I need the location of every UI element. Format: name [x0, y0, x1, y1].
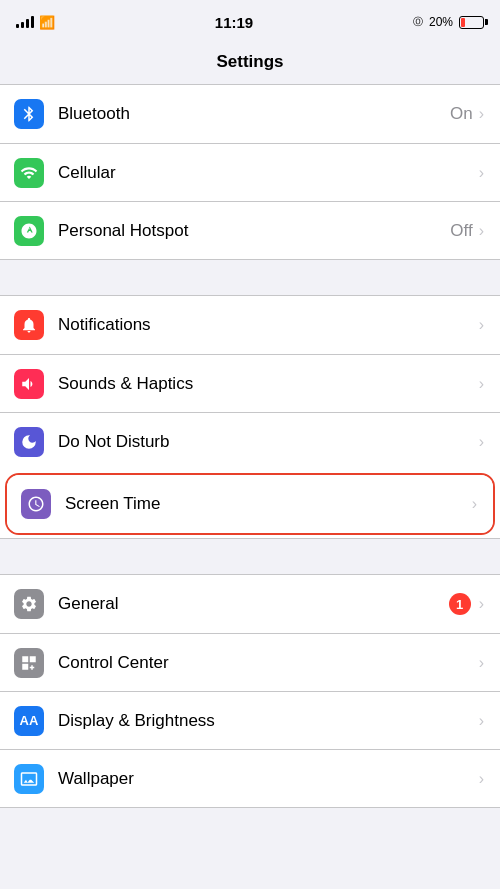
screen-time-highlight: Screen Time › [5, 473, 495, 535]
sounds-chevron: › [479, 375, 484, 393]
bluetooth-chevron: › [479, 105, 484, 123]
wallpaper-icon-wrap [0, 764, 58, 794]
cellular-icon-wrap [0, 158, 58, 188]
status-right: Ⓞ 20% [413, 15, 484, 29]
screentime-icon-wrap [7, 489, 65, 519]
settings-row-notifications[interactable]: Notifications › [0, 296, 500, 354]
general-chevron: › [479, 595, 484, 613]
controlcenter-icon [14, 648, 44, 678]
settings-row-sounds[interactable]: Sounds & Haptics › [0, 354, 500, 412]
cellular-chevron: › [479, 164, 484, 182]
brightness-chevron: › [479, 712, 484, 730]
settings-row-hotspot[interactable]: Personal Hotspot Off › [0, 201, 500, 259]
settings-row-wallpaper[interactable]: Wallpaper › [0, 749, 500, 807]
settings-row-brightness[interactable]: AA Display & Brightness › [0, 691, 500, 749]
general-label: General [58, 582, 449, 626]
brightness-icon-wrap: AA [0, 706, 58, 736]
status-time: 11:19 [215, 14, 253, 31]
battery-fill [461, 18, 465, 27]
notifications-icon [14, 310, 44, 340]
settings-group-notifications: Notifications › Sounds & Haptics › Do No… [0, 295, 500, 539]
bluetooth-value: On [450, 104, 473, 124]
status-bar: 📶 11:19 Ⓞ 20% [0, 0, 500, 44]
controlcenter-icon-wrap [0, 648, 58, 678]
sounds-label: Sounds & Haptics [58, 362, 479, 406]
settings-row-cellular[interactable]: Cellular › [0, 143, 500, 201]
bluetooth-label: Bluetooth [58, 92, 450, 136]
cellular-icon [14, 158, 44, 188]
wallpaper-icon [14, 764, 44, 794]
hotspot-icon-wrap [0, 216, 58, 246]
hotspot-label: Personal Hotspot [58, 209, 450, 253]
notifications-label: Notifications [58, 303, 479, 347]
notifications-icon-wrap [0, 310, 58, 340]
page-title: Settings [0, 44, 500, 84]
battery-icon [459, 16, 484, 29]
bluetooth-icon-wrap [0, 99, 58, 129]
screentime-icon [21, 489, 51, 519]
donotdisturb-chevron: › [479, 433, 484, 451]
status-left: 📶 [16, 15, 55, 30]
hotspot-value: Off [450, 221, 472, 241]
screentime-label: Screen Time [65, 482, 472, 526]
cellular-label: Cellular [58, 151, 479, 195]
screen-time-wrapper: Screen Time › [0, 473, 500, 535]
brightness-label: Display & Brightness [58, 699, 479, 743]
wallpaper-chevron: › [479, 770, 484, 788]
general-icon-wrap [0, 589, 58, 619]
notifications-chevron: › [479, 316, 484, 334]
donotdisturb-label: Do Not Disturb [58, 420, 479, 464]
bluetooth-icon [14, 99, 44, 129]
controlcenter-label: Control Center [58, 641, 479, 685]
sounds-icon-wrap [0, 369, 58, 399]
settings-group-system: General 1 › Control Center › AA Display … [0, 574, 500, 808]
sounds-icon [14, 369, 44, 399]
section-gap-2 [0, 539, 500, 574]
settings-row-general[interactable]: General 1 › [0, 575, 500, 633]
settings-row-controlcenter[interactable]: Control Center › [0, 633, 500, 691]
controlcenter-chevron: › [479, 654, 484, 672]
settings-row-screentime[interactable]: Screen Time › [7, 475, 493, 533]
battery-percentage: 20% [429, 15, 453, 29]
donotdisturb-icon-wrap [0, 427, 58, 457]
signal-icon [16, 16, 34, 28]
section-gap-1 [0, 260, 500, 295]
wifi-icon: 📶 [39, 15, 55, 30]
settings-group-connectivity: Bluetooth On › Cellular › Personal Hotsp… [0, 84, 500, 260]
network-indicator: Ⓞ [413, 15, 423, 29]
settings-row-donotdisturb[interactable]: Do Not Disturb › [0, 412, 500, 470]
hotspot-icon [14, 216, 44, 246]
general-badge: 1 [449, 593, 471, 615]
hotspot-chevron: › [479, 222, 484, 240]
screentime-chevron: › [472, 495, 477, 513]
settings-row-bluetooth[interactable]: Bluetooth On › [0, 85, 500, 143]
general-icon [14, 589, 44, 619]
wallpaper-label: Wallpaper [58, 757, 479, 801]
brightness-icon: AA [14, 706, 44, 736]
donotdisturb-icon [14, 427, 44, 457]
